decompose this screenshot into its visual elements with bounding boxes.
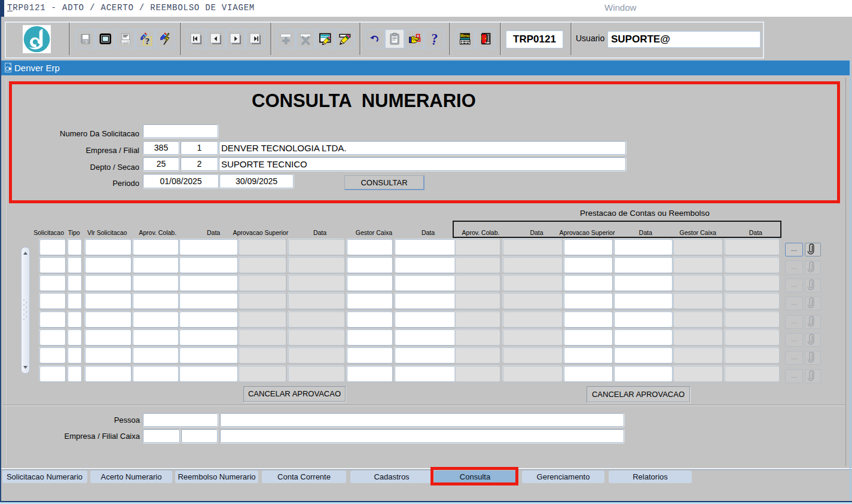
svg-text:?: ? — [145, 37, 149, 46]
svg-text:?: ? — [432, 32, 438, 45]
svg-text:Menu: Menu — [460, 33, 470, 38]
